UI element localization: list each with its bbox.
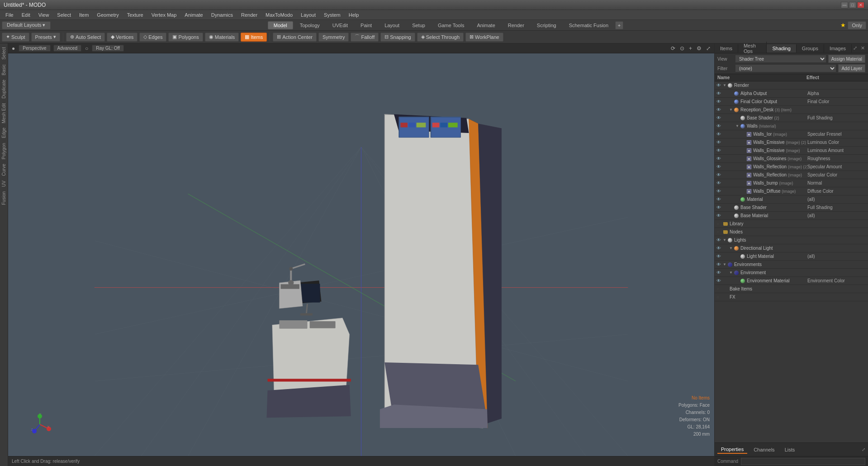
viewport-zoom-in-icon[interactable]: + (688, 45, 693, 52)
expand-icon[interactable]: ▼ (729, 271, 733, 275)
shader-tree-row[interactable]: 👁 ▣ Walls_Ior (Image) Specular Fresnel (715, 130, 868, 138)
shader-tree-row[interactable]: 👁 ▣ Walls_bump (Image) Normal (715, 179, 868, 187)
shader-tree-row[interactable]: 👁 ▣ Walls_Diffuse (Image) Diffuse Color (715, 187, 868, 195)
minimize-button[interactable]: — (841, 2, 848, 8)
sidebar-tab-basic[interactable]: Basic (0, 62, 7, 77)
shader-tree-row[interactable]: 👁 Base Shader (2) Full Shading (715, 114, 868, 122)
viewport-render-icon[interactable]: ⟳ (670, 45, 676, 52)
items-button[interactable]: ▦ Items (241, 33, 267, 42)
polygons-button[interactable]: ▣ Polygons (168, 33, 203, 42)
visibility-eye[interactable]: ○ (716, 286, 723, 291)
visibility-eye[interactable]: 👁 (716, 238, 723, 243)
viewport-settings-icon[interactable]: ⚙ (696, 45, 702, 52)
shader-tree-row[interactable]: 👁 Final Color Output Final Color (715, 98, 868, 106)
visibility-eye[interactable]: ○ (716, 295, 723, 300)
visibility-eye[interactable]: 👁 (716, 124, 723, 128)
visibility-eye[interactable]: 👁 (716, 115, 723, 120)
snapping-button[interactable]: ⊟ Snapping (380, 33, 415, 42)
visibility-eye[interactable]: 👁 (716, 278, 723, 283)
menu-view[interactable]: View (35, 11, 53, 19)
visibility-eye[interactable]: 👁 (716, 254, 723, 259)
lists-tab[interactable]: Lists (781, 446, 799, 453)
sidebar-tab-curve[interactable]: Curve (0, 162, 7, 178)
viewport-advanced-btn[interactable]: Advanced (53, 45, 81, 52)
sidebar-tab-uv[interactable]: UV (0, 179, 7, 189)
expand-icon[interactable]: ▼ (723, 238, 726, 242)
tab-images[interactable]: Images (824, 44, 852, 52)
viewport-perspective-btn[interactable]: Perspective (19, 45, 50, 52)
tab-shading[interactable]: Shading (767, 44, 796, 52)
shader-tree-row[interactable]: 👁 Alpha Output Alpha (715, 90, 868, 98)
visibility-eye[interactable]: 👁 (716, 213, 723, 218)
3d-viewport[interactable]: X Z Y No Items Polygons: Face Channels: … (8, 53, 714, 456)
tab-schematic[interactable]: Schematic Fusion (563, 21, 614, 29)
expand-icon[interactable]: ▼ (723, 83, 726, 87)
visibility-eye[interactable]: 👁 (716, 205, 723, 210)
shader-tree-row[interactable]: 👁 Material (all) (715, 195, 868, 204)
tab-meshops[interactable]: Mesh Ops (738, 42, 767, 55)
viewport-expand-icon[interactable]: ⤢ (705, 45, 711, 52)
visibility-eye[interactable]: 👁 (716, 189, 723, 194)
visibility-eye[interactable]: 👁 (716, 91, 723, 96)
select-through-button[interactable]: ◈ Select Through (417, 33, 464, 42)
sidebar-tab-fusion[interactable]: Fusion (0, 190, 7, 207)
sculpt-button[interactable]: ✦ Sculpt (2, 33, 29, 42)
view-selector[interactable]: Shader Tree (735, 55, 826, 63)
sidebar-tab-duplicate[interactable]: Duplicate (0, 78, 7, 100)
panel-expand-icon[interactable]: ⤢ (852, 45, 859, 51)
viewport-fit-icon[interactable]: ⊙ (679, 45, 685, 52)
sidebar-tab-mesh-edit[interactable]: Mesh Edit (0, 101, 7, 125)
menu-file[interactable]: File (2, 11, 17, 19)
tab-model[interactable]: Model (268, 21, 293, 29)
visibility-eye[interactable]: 👁 (716, 99, 723, 104)
layout-selector[interactable]: Default Layouts ▾ (2, 21, 51, 29)
tab-uvedit[interactable]: UVEdit (327, 21, 354, 29)
shader-tree-row[interactable]: 👁 ▣ Walls_Reflection (Image) (2) Specula… (715, 163, 868, 171)
tab-topology[interactable]: Topology (294, 21, 326, 29)
expand-icon[interactable]: ▼ (729, 108, 733, 112)
shader-tree-row[interactable]: 👁 ▣ Walls_Reflection (Image) Specular Co… (715, 171, 868, 179)
shader-tree-row[interactable]: 👁 Environment Material Environment Color (715, 277, 868, 285)
star-button[interactable]: ★ (840, 22, 846, 29)
filter-selector[interactable]: (none) (735, 64, 836, 72)
sidebar-tab-edge[interactable]: Edge (0, 126, 7, 140)
menu-animate[interactable]: Animate (181, 11, 206, 19)
menu-render[interactable]: Render (237, 11, 261, 19)
properties-tab[interactable]: Properties (717, 446, 747, 454)
shader-tree-row[interactable]: 👁 ▼ Walls (Material) (715, 122, 868, 130)
visibility-eye[interactable]: 👁 (716, 156, 723, 161)
close-button[interactable]: ✕ (857, 2, 864, 8)
viewport-lock-icon[interactable]: ● (11, 45, 16, 52)
menu-edit[interactable]: Edit (18, 11, 34, 19)
shader-tree-row[interactable]: ○ Nodes (715, 228, 868, 236)
visibility-eye[interactable]: 👁 (716, 140, 723, 145)
shader-tree-row[interactable]: 👁 ▼ Render (715, 81, 868, 90)
falloff-button[interactable]: ⌒ Falloff (351, 33, 379, 42)
sidebar-tab-polygon[interactable]: Polygon (0, 141, 7, 161)
menu-layout[interactable]: Layout (297, 11, 319, 19)
auto-select-button[interactable]: ⊕ Auto Select (66, 33, 105, 42)
shader-tree-row[interactable]: 👁 ▼ Reception_Desk (3) (Item) (715, 106, 868, 114)
shader-tree-row[interactable]: 👁 ▼ Environments (715, 261, 868, 269)
visibility-eye[interactable]: ○ (716, 229, 723, 234)
sidebar-tab-select[interactable]: Select (0, 45, 7, 62)
visibility-eye[interactable]: 👁 (716, 246, 723, 251)
command-input[interactable] (741, 458, 865, 465)
presets-button[interactable]: Presets ▾ (31, 33, 60, 42)
tab-paint[interactable]: Paint (355, 21, 378, 29)
add-tab-button[interactable]: + (615, 21, 623, 29)
visibility-eye[interactable]: 👁 (716, 164, 723, 169)
visibility-eye[interactable]: 👁 (716, 132, 723, 137)
menu-help[interactable]: Help (345, 11, 363, 19)
shader-tree-row[interactable]: ○ FX (715, 293, 868, 301)
assign-material-button[interactable]: Assign Material (828, 55, 865, 63)
tab-items[interactable]: Items (715, 44, 738, 52)
shader-tree-row[interactable]: 👁 Base Material (all) (715, 212, 868, 220)
visibility-eye[interactable]: 👁 (716, 83, 723, 88)
menu-system[interactable]: System (320, 11, 344, 19)
menu-maxtomodo[interactable]: MaxToModo (262, 11, 296, 19)
menu-dynamics[interactable]: Dynamics (208, 11, 237, 19)
expand-icon[interactable]: ▼ (729, 246, 733, 250)
symmetry-button[interactable]: Symmetry (318, 33, 349, 42)
tab-layout[interactable]: Layout (379, 21, 405, 29)
